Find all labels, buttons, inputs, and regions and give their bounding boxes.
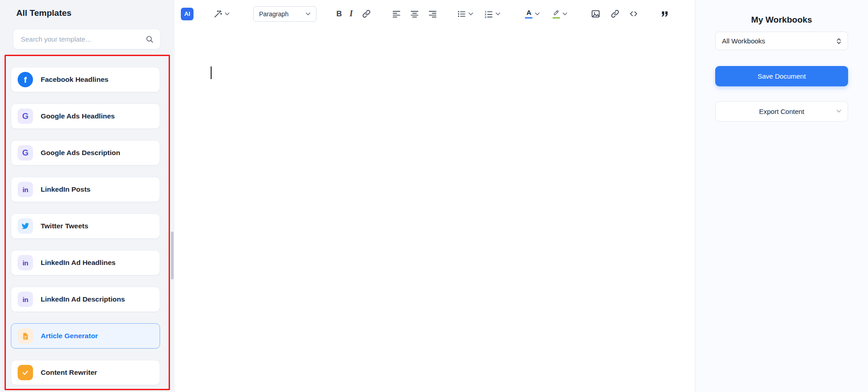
template-card-linkedin-ad-descriptions[interactable]: in LinkedIn Ad Descriptions	[11, 287, 160, 312]
chevron-down-icon	[306, 12, 311, 16]
workbook-select[interactable]: All Workbooks	[715, 32, 848, 50]
template-card-google-ads-headlines[interactable]: G Google Ads Headlines	[11, 104, 160, 129]
insert-link-button[interactable]	[610, 9, 620, 19]
chevron-down-icon	[495, 12, 500, 16]
template-card-facebook-headlines[interactable]: f Facebook Headlines	[11, 67, 160, 92]
text-color-icon: A	[525, 9, 533, 19]
svg-text:3: 3	[485, 15, 487, 18]
align-center-button[interactable]	[410, 9, 419, 19]
template-label: LinkedIn Posts	[41, 185, 90, 194]
ordered-list-dropdown[interactable]: 123	[484, 9, 500, 19]
article-icon	[18, 328, 33, 344]
paragraph-style-select[interactable]: Paragraph	[253, 6, 316, 22]
template-label: LinkedIn Ad Descriptions	[41, 295, 125, 303]
quote-icon	[660, 9, 669, 19]
align-left-icon	[392, 9, 401, 19]
italic-button[interactable]: I	[349, 9, 353, 19]
template-label: Google Ads Description	[41, 149, 120, 157]
bold-button[interactable]: B	[336, 9, 342, 19]
code-block-button[interactable]	[629, 9, 638, 19]
google-icon: G	[18, 109, 33, 124]
search-icon[interactable]	[145, 35, 154, 43]
workbooks-title: My Workbooks	[695, 15, 868, 25]
twitter-icon	[18, 218, 33, 234]
template-list: f Facebook Headlines G Google Ads Headli…	[11, 67, 160, 385]
linkedin-icon: in	[18, 182, 33, 197]
linkedin-icon: in	[18, 255, 33, 270]
chevron-down-icon	[836, 109, 841, 113]
template-label: Facebook Headlines	[41, 76, 108, 84]
template-card-twitter-tweets[interactable]: Twitter Tweets	[11, 213, 160, 239]
workbooks-panel: My Workbooks All Workbooks Save Document…	[695, 0, 868, 392]
image-icon	[591, 9, 600, 19]
linkedin-icon: in	[18, 292, 33, 307]
editor-canvas[interactable]	[175, 28, 695, 392]
ordered-list-icon: 123	[484, 9, 493, 19]
template-label: LinkedIn Ad Headlines	[41, 259, 116, 267]
save-document-button[interactable]: Save Document	[715, 66, 848, 86]
magic-wand-dropdown[interactable]	[213, 9, 230, 19]
code-icon	[629, 9, 638, 19]
template-card-linkedin-posts[interactable]: in LinkedIn Posts	[11, 177, 160, 202]
facebook-icon: f	[18, 72, 33, 87]
template-label: Google Ads Headlines	[41, 112, 115, 120]
highlight-color-dropdown[interactable]	[552, 9, 567, 19]
rewriter-icon	[18, 365, 33, 380]
bullet-list-dropdown[interactable]	[457, 9, 473, 19]
template-card-linkedin-ad-headlines[interactable]: in LinkedIn Ad Headlines	[11, 250, 160, 275]
align-left-button[interactable]	[392, 9, 401, 19]
chevron-down-icon	[225, 12, 230, 16]
export-content-button[interactable]: Export Content	[715, 101, 848, 122]
sidebar-scrollbar[interactable]	[171, 231, 174, 279]
text-caret	[211, 66, 212, 79]
template-label: Content Rewriter	[41, 368, 97, 377]
templates-sidebar: All Templates f Facebook Headlines G Goo…	[0, 0, 175, 392]
blockquote-button[interactable]	[660, 9, 669, 19]
template-card-google-ads-description[interactable]: G Google Ads Description	[11, 140, 160, 165]
google-icon: G	[18, 145, 33, 161]
chevron-down-icon	[535, 12, 540, 16]
link-icon	[610, 9, 620, 19]
editor-column: AI Paragraph B I	[175, 0, 695, 392]
template-card-content-rewriter[interactable]: Content Rewriter	[11, 360, 160, 385]
editor-toolbar: AI Paragraph B I	[175, 0, 695, 28]
search-input[interactable]	[21, 35, 145, 43]
select-arrows-icon	[836, 38, 841, 45]
align-right-icon	[428, 9, 437, 19]
align-center-icon	[410, 9, 419, 19]
highlighter-icon	[552, 9, 560, 19]
align-right-button[interactable]	[428, 9, 437, 19]
chevron-down-icon	[562, 12, 567, 16]
chevron-down-icon	[468, 12, 473, 16]
template-label: Article Generator	[41, 332, 98, 340]
ai-assistant-button[interactable]: AI	[181, 8, 193, 20]
template-search[interactable]	[13, 29, 160, 49]
sidebar-title: All Templates	[16, 8, 71, 18]
link-button[interactable]	[362, 9, 371, 19]
template-card-article-generator[interactable]: Article Generator	[11, 323, 160, 349]
link-icon	[362, 9, 371, 19]
bullet-list-icon	[457, 9, 466, 19]
magic-wand-icon	[213, 9, 222, 19]
text-color-dropdown[interactable]: A	[525, 9, 540, 19]
insert-image-button[interactable]	[591, 9, 600, 19]
template-label: Twitter Tweets	[41, 222, 88, 230]
